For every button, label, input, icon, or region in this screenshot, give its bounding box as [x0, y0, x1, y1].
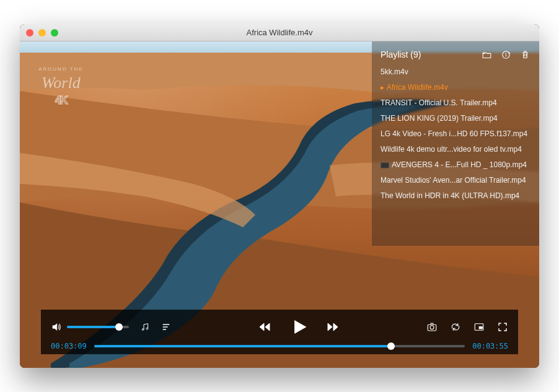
progress-fill	[94, 345, 391, 347]
playlist-item[interactable]: Marvel Studios' Aven...ar Official Trail…	[381, 176, 530, 185]
progress-thumb[interactable]	[387, 342, 395, 350]
playlist-actions: 1	[482, 50, 530, 60]
time-current: 00:03:09	[51, 342, 87, 351]
playlist-panel: Playlist (9) 1 5kk.m4v ▸Africa Wildlife.…	[372, 41, 539, 246]
svg-text:1: 1	[505, 53, 508, 58]
playlist-item[interactable]: LG 4k Video - Fresh i...HD 60 FPS.f137.m…	[381, 129, 530, 138]
volume-fill	[67, 326, 119, 328]
watermark-line2: World	[38, 72, 84, 94]
playlist-item[interactable]: TRANSIT - Official U.S. Trailer.mp4	[381, 98, 530, 107]
controls-row	[51, 316, 508, 338]
volume-thumb[interactable]	[115, 323, 123, 331]
fast-forward-button[interactable]	[325, 320, 340, 334]
titlebar: Africa Wildlife.m4v	[20, 24, 539, 41]
volume-slider[interactable]	[67, 326, 129, 328]
app-window: Africa Wildlife.m4v AROUND THE World	[20, 24, 539, 368]
now-playing-icon: ▸	[381, 83, 384, 92]
delete-button[interactable]	[520, 50, 530, 60]
playlist-item[interactable]: The World in HDR in 4K (ULTRA HD).mp4	[381, 191, 530, 200]
snapshot-button[interactable]	[426, 321, 438, 333]
playlist-item[interactable]: THE LION KING (2019) Trailer.mp4	[381, 114, 530, 123]
playlist-item[interactable]: ▸Africa Wildlife.m4v	[381, 83, 530, 92]
video-watermark: AROUND THE World 4K	[38, 66, 84, 108]
repeat-one-button[interactable]: 1	[501, 50, 511, 60]
window-title: Africa Wildlife.m4v	[20, 28, 539, 37]
open-folder-button[interactable]	[482, 50, 492, 60]
rewind-button[interactable]	[257, 320, 272, 334]
progress-slider[interactable]	[94, 345, 465, 347]
time-total: 00:03:55	[472, 342, 508, 351]
window-maximize-button[interactable]	[51, 29, 58, 37]
playlist-item[interactable]: 5kk.m4v	[381, 68, 530, 76]
progress-row: 00:03:09 00:03:55	[51, 342, 508, 351]
playlist-header: Playlist (9) 1	[381, 48, 530, 61]
volume-icon[interactable]	[51, 321, 62, 333]
rotate-button[interactable]	[450, 321, 461, 333]
fullscreen-button[interactable]	[497, 321, 508, 333]
volume-control	[51, 321, 129, 333]
window-minimize-button[interactable]	[38, 29, 46, 37]
playlist-title: Playlist (9)	[381, 50, 421, 59]
watermark-line1: AROUND THE	[38, 66, 84, 72]
traffic-lights	[26, 29, 58, 37]
video-viewport[interactable]: AROUND THE World 4K Playlist (9) 1	[20, 41, 539, 368]
playlist-toggle-button[interactable]	[161, 322, 171, 332]
playlist-item[interactable]: Wildlife 4k demo ultr...video for oled t…	[381, 145, 530, 154]
playlist-items: 5kk.m4v ▸Africa Wildlife.m4v TRANSIT - O…	[381, 68, 530, 200]
play-button[interactable]	[289, 318, 308, 336]
watermark-line3: 4K	[38, 94, 84, 108]
window-close-button[interactable]	[26, 29, 33, 37]
svg-point-3	[430, 326, 434, 329]
control-bar: 00:03:09 00:03:55	[41, 310, 518, 354]
item-thumbnail-icon	[381, 162, 389, 168]
audio-track-button[interactable]	[140, 322, 150, 332]
pip-button[interactable]	[473, 321, 485, 333]
playlist-item[interactable]: AVENGERS 4 - E...Full HD _ 1080p.mp4	[381, 160, 530, 169]
svg-rect-5	[479, 326, 482, 329]
